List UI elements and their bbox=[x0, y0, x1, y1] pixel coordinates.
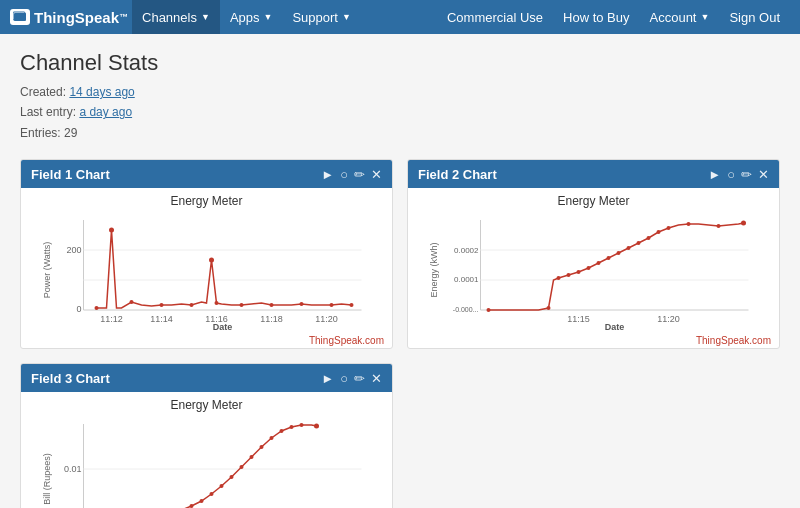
field3-close-icon[interactable]: ✕ bbox=[371, 371, 382, 386]
nav-apps[interactable]: Apps▼ bbox=[220, 0, 283, 34]
field1-body: Energy Meter Power (Watts) 200 0 11:12 bbox=[21, 188, 392, 348]
field2-header: Field 2 Chart ► ○ ✏ ✕ bbox=[408, 160, 779, 188]
meta-info: Created: 14 days ago Last entry: a day a… bbox=[20, 82, 780, 143]
svg-point-77 bbox=[250, 455, 254, 459]
svg-text:Power (Watts): Power (Watts) bbox=[42, 242, 52, 299]
account-caret: ▼ bbox=[700, 12, 709, 22]
field2-title: Field 2 Chart bbox=[418, 167, 708, 182]
field2-credit: ThingSpeak.com bbox=[416, 335, 771, 346]
svg-text:11:14: 11:14 bbox=[150, 314, 173, 324]
field2-edit-icon[interactable]: ✏ bbox=[741, 167, 752, 182]
page-title: Channel Stats bbox=[20, 50, 780, 76]
nav-support[interactable]: Support▼ bbox=[282, 0, 360, 34]
svg-point-49 bbox=[657, 230, 661, 234]
channels-caret: ▼ bbox=[201, 12, 210, 22]
field2-body: Energy Meter Energy (kWh) 0.0002 0.0001 … bbox=[408, 188, 779, 348]
svg-point-20 bbox=[215, 301, 219, 305]
svg-text:Bill (Rupees): Bill (Rupees) bbox=[42, 453, 52, 505]
svg-point-51 bbox=[687, 222, 691, 226]
svg-point-23 bbox=[300, 302, 304, 306]
field1-comment-icon[interactable]: ○ bbox=[340, 167, 348, 182]
svg-text:Date: Date bbox=[213, 322, 233, 330]
svg-point-41 bbox=[577, 270, 581, 274]
svg-point-72 bbox=[200, 499, 204, 503]
charts-grid: Field 1 Chart ► ○ ✏ ✕ Energy Meter Power… bbox=[20, 159, 780, 349]
field1-edit-icon[interactable]: ✏ bbox=[354, 167, 365, 182]
field1-close-icon[interactable]: ✕ bbox=[371, 167, 382, 182]
charts-bottom: Field 3 Chart ► ○ ✏ ✕ Energy Meter Bill … bbox=[20, 363, 780, 508]
svg-point-43 bbox=[597, 261, 601, 265]
svg-text:Energy (kWh): Energy (kWh) bbox=[429, 243, 439, 298]
nav-signout[interactable]: Sign Out bbox=[719, 0, 790, 34]
main-content: Channel Stats Created: 14 days ago Last … bbox=[0, 34, 800, 508]
field3-edit-icon[interactable]: ✏ bbox=[354, 371, 365, 386]
field1-external-icon[interactable]: ► bbox=[321, 167, 334, 182]
svg-point-79 bbox=[270, 436, 274, 440]
svg-point-73 bbox=[210, 492, 214, 496]
nav-how-to-buy[interactable]: How to Buy bbox=[553, 0, 639, 34]
last-entry-row: Last entry: a day ago bbox=[20, 102, 780, 122]
svg-point-44 bbox=[607, 256, 611, 260]
svg-point-40 bbox=[567, 273, 571, 277]
field3-body: Energy Meter Bill (Rupees) 0.01 0 11:12 … bbox=[21, 392, 392, 508]
svg-point-22 bbox=[270, 303, 274, 307]
svg-point-83 bbox=[314, 424, 319, 429]
field2-external-icon[interactable]: ► bbox=[708, 167, 721, 182]
last-entry-link[interactable]: a day ago bbox=[79, 105, 132, 119]
svg-text:11:18: 11:18 bbox=[260, 314, 283, 324]
svg-point-37 bbox=[487, 308, 491, 312]
svg-point-17 bbox=[130, 300, 134, 304]
svg-point-81 bbox=[290, 425, 294, 429]
brand-logo[interactable]: ThingSpeak™ bbox=[10, 9, 128, 26]
svg-point-45 bbox=[617, 251, 621, 255]
brand-name: ThingSpeak bbox=[34, 9, 119, 26]
created-row: Created: 14 days ago bbox=[20, 82, 780, 102]
field1-header: Field 1 Chart ► ○ ✏ ✕ bbox=[21, 160, 392, 188]
field3-card: Field 3 Chart ► ○ ✏ ✕ Energy Meter Bill … bbox=[20, 363, 393, 508]
svg-point-16 bbox=[95, 306, 99, 310]
field2-chart-title: Energy Meter bbox=[416, 194, 771, 208]
field2-icons: ► ○ ✏ ✕ bbox=[708, 167, 769, 182]
nav-right: Commercial Use How to Buy Account▼ Sign … bbox=[437, 0, 790, 34]
field2-comment-icon[interactable]: ○ bbox=[727, 167, 735, 182]
svg-point-75 bbox=[230, 475, 234, 479]
nav-commercial[interactable]: Commercial Use bbox=[437, 0, 553, 34]
svg-point-21 bbox=[240, 303, 244, 307]
field3-svg: Bill (Rupees) 0.01 0 11:12 11:14 11:16 1… bbox=[29, 414, 384, 508]
svg-text:0.0001: 0.0001 bbox=[454, 275, 479, 284]
svg-point-24 bbox=[330, 303, 334, 307]
svg-point-15 bbox=[209, 258, 214, 263]
svg-text:0.0002: 0.0002 bbox=[454, 246, 479, 255]
svg-point-39 bbox=[557, 276, 561, 280]
field3-comment-icon[interactable]: ○ bbox=[340, 371, 348, 386]
field1-chart-title: Energy Meter bbox=[29, 194, 384, 208]
svg-point-19 bbox=[190, 303, 194, 307]
svg-point-18 bbox=[160, 303, 164, 307]
entries-row: Entries: 29 bbox=[20, 123, 780, 143]
field1-icons: ► ○ ✏ ✕ bbox=[321, 167, 382, 182]
field1-title: Field 1 Chart bbox=[31, 167, 321, 182]
svg-text:11:12: 11:12 bbox=[100, 314, 123, 324]
apps-caret: ▼ bbox=[264, 12, 273, 22]
support-caret: ▼ bbox=[342, 12, 351, 22]
field1-credit: ThingSpeak.com bbox=[29, 335, 384, 346]
nav-channels[interactable]: Channels▼ bbox=[132, 0, 220, 34]
svg-point-50 bbox=[667, 226, 671, 230]
svg-point-53 bbox=[741, 221, 746, 226]
svg-point-76 bbox=[240, 465, 244, 469]
svg-point-71 bbox=[190, 504, 194, 508]
svg-point-48 bbox=[647, 236, 651, 240]
svg-text:200: 200 bbox=[66, 245, 81, 255]
field3-external-icon[interactable]: ► bbox=[321, 371, 334, 386]
created-link[interactable]: 14 days ago bbox=[69, 85, 134, 99]
svg-text:Date: Date bbox=[605, 322, 625, 330]
svg-point-74 bbox=[220, 484, 224, 488]
brand-tm: ™ bbox=[119, 12, 128, 22]
field2-close-icon[interactable]: ✕ bbox=[758, 167, 769, 182]
svg-point-14 bbox=[109, 228, 114, 233]
svg-point-25 bbox=[350, 303, 354, 307]
svg-point-46 bbox=[627, 246, 631, 250]
nav-account[interactable]: Account▼ bbox=[640, 0, 720, 34]
svg-point-47 bbox=[637, 241, 641, 245]
svg-point-80 bbox=[280, 429, 284, 433]
